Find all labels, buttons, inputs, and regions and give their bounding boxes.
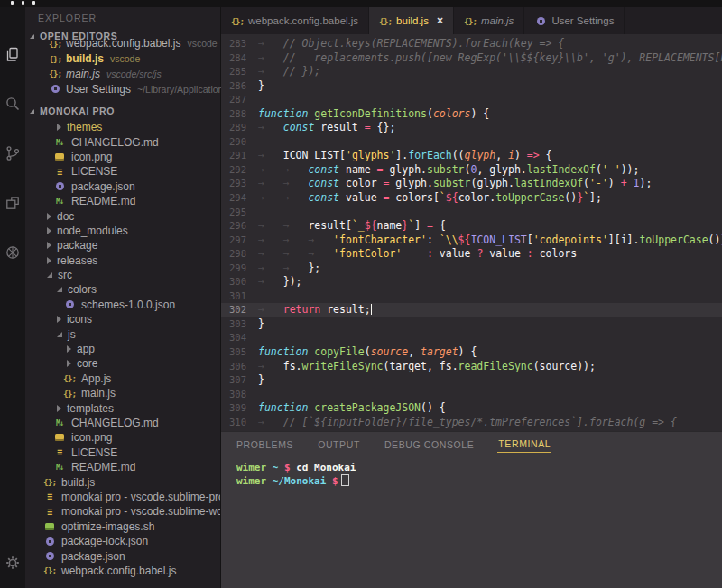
code-token: writeFileSync xyxy=(301,360,383,372)
code-line[interactable]: 296→ → result[`_${name}`] = { xyxy=(221,219,722,234)
code-line[interactable]: 284→ // replacements.push([new RegExp('\… xyxy=(221,51,722,66)
tree-item[interactable]: package-lock.json xyxy=(25,534,220,548)
tree-item[interactable]: ≡monokai pro - vscode.sublime-project xyxy=(25,490,220,504)
tree-item[interactable]: {};App.js xyxy=(25,372,220,386)
editor-tab[interactable]: {};build.js× xyxy=(369,7,454,34)
code-line[interactable]: 288function getIconDefinitions(colors) { xyxy=(221,107,722,122)
code-editor[interactable]: 283→ // Object.keys(REPLACEMENTS).forEac… xyxy=(221,34,722,431)
code-line[interactable]: 287 xyxy=(221,93,722,107)
license-file-icon: ≡ xyxy=(43,492,56,501)
tree-item[interactable]: releases xyxy=(25,253,220,268)
code-line[interactable]: 300→ }); xyxy=(221,275,722,289)
editor-tab[interactable]: {};webpack.config.babel.js xyxy=(221,7,369,34)
tree-item[interactable]: package.json xyxy=(25,548,220,563)
source-control-icon[interactable] xyxy=(4,144,22,162)
editor-tab[interactable]: {};main.js xyxy=(454,7,524,34)
close-icon[interactable]: × xyxy=(437,14,443,27)
tree-item[interactable]: colors xyxy=(25,282,220,297)
editor-tab[interactable]: User Settings xyxy=(524,7,625,34)
tree-item[interactable]: {};main.js xyxy=(25,386,220,400)
panel-tab-problems[interactable]: PROBLEMS xyxy=(236,436,294,453)
tree-item[interactable]: M↓README.md xyxy=(25,460,220,474)
code-token: : xyxy=(427,234,440,246)
tree-item[interactable]: optimize-images.sh xyxy=(25,519,220,534)
gear-icon[interactable] xyxy=(4,554,22,572)
tree-item[interactable]: icon.png xyxy=(25,430,220,445)
open-editor-item[interactable]: {};webpack.config.babel.jsvscode xyxy=(25,36,220,51)
search-icon[interactable] xyxy=(4,95,22,113)
code-line[interactable]: 285→ // }); xyxy=(221,65,722,79)
panel-tab-output[interactable]: OUTPUT xyxy=(317,436,361,453)
file-name: monokai pro - vscode.sublime-worksp... xyxy=(61,505,220,518)
panel-tab-debug-console[interactable]: DEBUG CONSOLE xyxy=(384,436,475,453)
tree-item[interactable]: templates xyxy=(25,400,220,415)
tree-item[interactable]: ≡LICENSE xyxy=(25,164,220,179)
tree-item[interactable]: node_modules xyxy=(25,224,220,238)
tree-item[interactable]: core xyxy=(25,356,220,371)
code-token: → xyxy=(308,247,333,260)
code-line[interactable]: 289→ const result = {}; xyxy=(221,121,722,135)
code-line[interactable]: 286} xyxy=(221,79,722,94)
tree-item[interactable]: icons xyxy=(25,312,220,326)
open-editor-item[interactable]: {};build.jsvscode xyxy=(25,51,220,67)
code-line[interactable]: 299→ → }; xyxy=(221,262,722,276)
tree-item[interactable]: M↓CHANGELOG.md xyxy=(25,134,220,149)
code-line[interactable]: 310→ // [`${inputFolder}/file_types/*.tm… xyxy=(221,416,722,430)
line-number: 299 xyxy=(221,262,258,276)
code-line[interactable]: 307} xyxy=(221,373,722,388)
open-editor-item[interactable]: {};main.jsvscode/src/js xyxy=(25,67,220,82)
explorer-icon[interactable] xyxy=(4,45,22,63)
code-token: toUpperCase xyxy=(639,234,708,246)
code-line[interactable]: 308 xyxy=(221,388,722,402)
tree-item[interactable]: ≡LICENSE xyxy=(25,446,220,460)
tree-item[interactable]: M↓README.md xyxy=(25,194,220,208)
open-editor-path: vscode xyxy=(110,53,140,64)
code-token: name xyxy=(377,219,403,232)
tree-item[interactable]: js xyxy=(25,326,220,341)
code-line[interactable]: 305function copyFile(source, target) { xyxy=(221,345,722,360)
code-line[interactable]: 304 xyxy=(221,331,722,345)
code-line[interactable]: 302→ return result; xyxy=(221,303,722,317)
code-line[interactable]: 295 xyxy=(221,206,722,220)
code-line[interactable]: 309function createPackageJSON() { xyxy=(221,401,722,416)
extensions-icon[interactable] xyxy=(4,194,22,212)
tree-item[interactable]: package.json xyxy=(25,179,220,194)
terminal[interactable]: wimer ~ $ cd Monokaiwimer ~/Monokai $ xyxy=(221,455,722,487)
terminal-cursor xyxy=(341,474,349,486)
open-editor-item[interactable]: User Settings~/Library/Application Su... xyxy=(25,81,220,96)
code-line[interactable]: 303} xyxy=(221,317,722,332)
panel-tab-terminal[interactable]: TERMINAL xyxy=(497,435,551,453)
folder-name: doc xyxy=(57,210,74,223)
tree-item[interactable]: M↓CHANGELOG.md xyxy=(25,416,220,430)
image-file-icon xyxy=(55,434,64,441)
code-token: result[ xyxy=(308,219,351,232)
tree-item[interactable]: icon.png xyxy=(25,150,220,164)
code-line[interactable]: 306→ fs.writeFileSync(target, fs.readFil… xyxy=(221,360,722,374)
tree-item[interactable]: doc xyxy=(25,208,220,223)
tree-item[interactable]: package xyxy=(25,238,220,253)
code-line[interactable]: 298→ → → 'fontColor' : value ? value : c… xyxy=(221,247,722,262)
code-token: `_ xyxy=(352,219,365,232)
code-line[interactable]: 297→ → → 'fontCharacter': `\\${ICON_LIST… xyxy=(221,234,722,248)
tree-item[interactable]: schemes-1.0.0.json xyxy=(25,298,220,312)
tree-item[interactable]: app xyxy=(25,342,220,356)
code-line[interactable]: 301 xyxy=(221,289,722,304)
tree-item[interactable]: ≡monokai pro - vscode.sublime-worksp... xyxy=(25,504,220,519)
code-token: ICON_LIST[ xyxy=(283,149,346,161)
code-line[interactable]: 294→ → const value = colors[`${color.toU… xyxy=(221,191,722,206)
line-text: → // Object.keys(REPLACEMENTS).forEach(k… xyxy=(258,37,564,51)
tree-item[interactable]: src xyxy=(25,268,220,282)
tree-item[interactable]: {};build.js xyxy=(25,474,220,489)
code-line[interactable]: 293→ → const color = glyph.substr(glyph.… xyxy=(221,177,722,191)
project-section-header[interactable]: MONOKAI PRO xyxy=(25,104,220,118)
tree-item[interactable]: {};webpack.config.babel.js xyxy=(25,564,220,578)
code-line[interactable]: 292→ → const name = glyph.substr(0, glyp… xyxy=(221,163,722,178)
line-number: 298 xyxy=(221,247,258,262)
tree-item[interactable]: themes xyxy=(25,120,220,134)
code-line[interactable]: 291→ ICON_LIST['glyphs'].forEach((glyph,… xyxy=(221,149,722,163)
code-token: { xyxy=(540,149,552,161)
code-line[interactable]: 290 xyxy=(221,135,722,150)
debug-icon[interactable] xyxy=(4,243,22,262)
code-token: function xyxy=(258,107,308,120)
code-line[interactable]: 283→ // Object.keys(REPLACEMENTS).forEac… xyxy=(221,37,722,51)
